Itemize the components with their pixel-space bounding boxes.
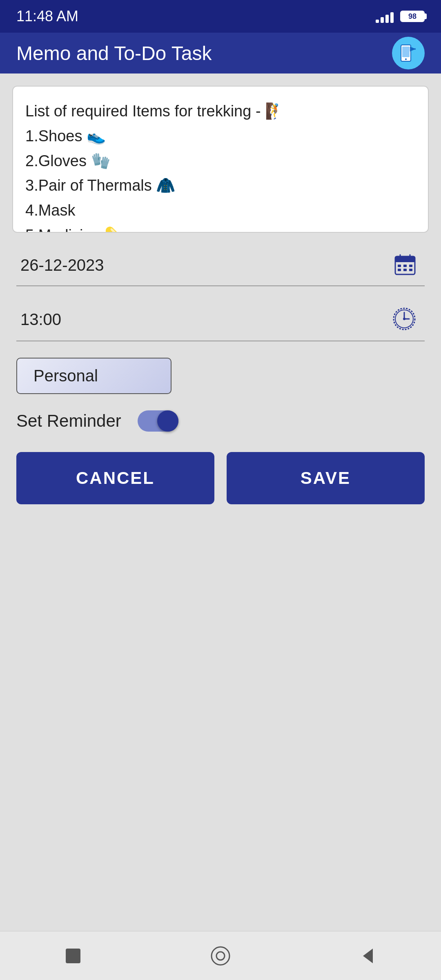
category-button[interactable]: Personal	[16, 358, 172, 394]
category-row: Personal	[12, 358, 429, 394]
calendar-icon	[394, 253, 416, 276]
signal-bars-icon	[376, 10, 394, 23]
cancel-button[interactable]: CANCEL	[16, 452, 214, 504]
svg-rect-19	[66, 949, 80, 963]
reminder-row: Set Reminder	[12, 410, 429, 432]
memo-textarea[interactable]: List of required Items for trekking - 🧗 …	[12, 86, 429, 233]
nav-back-button[interactable]	[351, 939, 385, 973]
square-icon	[62, 945, 84, 967]
svg-marker-22	[363, 949, 373, 963]
reminder-toggle[interactable]	[138, 410, 178, 432]
status-bar: 11:48 AM 98	[0, 0, 441, 33]
share-icon	[399, 43, 418, 63]
calendar-button[interactable]	[390, 249, 421, 281]
svg-rect-5	[395, 256, 415, 262]
date-value: 26-12-2023	[20, 256, 104, 274]
time-row: 13:00	[16, 303, 425, 341]
action-buttons: CANCEL SAVE	[12, 452, 429, 504]
status-icons: 98	[376, 10, 425, 23]
nav-home-button[interactable]	[203, 938, 238, 973]
share-button[interactable]	[392, 37, 425, 69]
save-button[interactable]: SAVE	[227, 452, 425, 504]
svg-rect-9	[403, 265, 407, 267]
main-content: List of required Items for trekking - 🧗 …	[0, 74, 441, 517]
battery-icon: 98	[400, 11, 425, 22]
toggle-thumb	[157, 410, 178, 432]
status-time: 11:48 AM	[16, 8, 78, 25]
nav-square-button[interactable]	[56, 939, 90, 973]
svg-point-18	[403, 318, 405, 320]
time-value: 13:00	[20, 310, 61, 329]
svg-rect-1	[402, 47, 410, 57]
svg-rect-11	[398, 269, 401, 271]
clock-button[interactable]	[388, 303, 421, 336]
battery-level: 98	[408, 12, 416, 21]
back-icon	[357, 945, 379, 967]
svg-rect-12	[403, 269, 407, 271]
nav-bar	[0, 931, 441, 980]
svg-rect-8	[398, 265, 401, 267]
svg-point-20	[212, 947, 229, 965]
svg-point-2	[405, 58, 407, 60]
svg-rect-13	[409, 269, 412, 271]
circle-icon	[209, 944, 232, 967]
svg-rect-10	[409, 265, 412, 267]
reminder-label: Set Reminder	[16, 411, 121, 431]
svg-point-21	[216, 952, 225, 960]
date-row: 26-12-2023	[16, 249, 425, 286]
app-title: Memo and To-Do Task	[16, 42, 212, 65]
clock-icon	[392, 307, 416, 331]
app-header: Memo and To-Do Task	[0, 33, 441, 74]
